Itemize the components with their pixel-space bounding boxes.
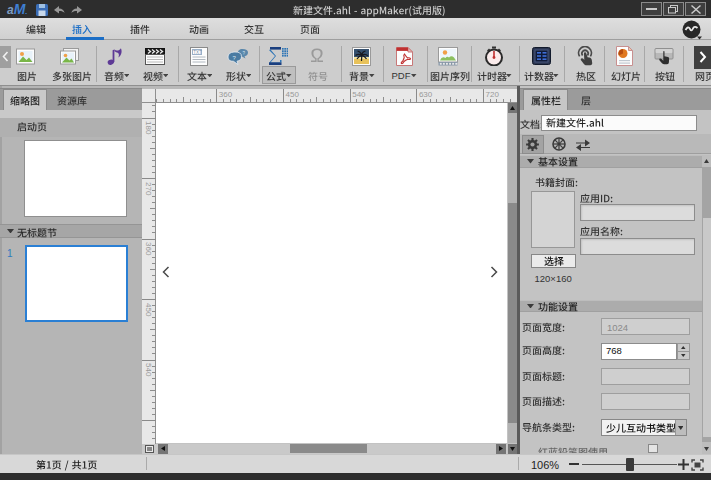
svg-text:TXT: TXT — [193, 49, 202, 54]
